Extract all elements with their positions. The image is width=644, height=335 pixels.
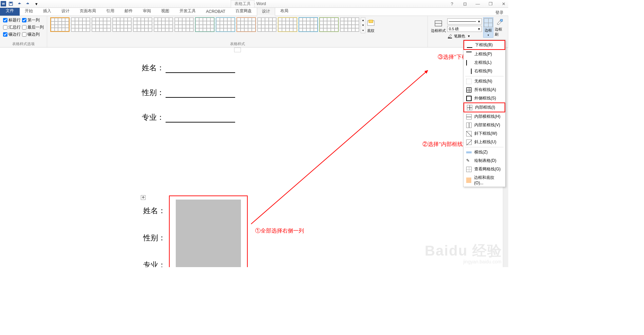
table-name-label: 姓名： (143, 206, 166, 216)
tab-baidu[interactable]: 百度网盘 (230, 6, 257, 16)
tab-insert[interactable]: 插入 (38, 6, 56, 16)
ruler-corner-icon (234, 48, 241, 52)
tab-view[interactable]: 视图 (156, 6, 174, 16)
table-style-item[interactable] (174, 17, 194, 32)
gallery-more-icon[interactable]: ▾ (361, 28, 365, 33)
pen-color-button[interactable]: 笔颜色▾ (447, 33, 482, 39)
svg-rect-6 (500, 19, 503, 21)
table-style-item[interactable] (195, 17, 214, 32)
form-major-row: 专业： (142, 112, 235, 123)
table-style-item[interactable] (133, 17, 152, 32)
menu-left-border[interactable]: 左框线(L) (463, 58, 505, 67)
form-name-row: 姓名： (142, 63, 235, 73)
border-painter-button[interactable]: 边框刷 (495, 17, 505, 38)
gallery-up-icon[interactable]: ▲ (361, 18, 365, 23)
restore-icon[interactable]: ❐ (486, 0, 495, 7)
style-gallery: ▲ ▼ ▾ 底纹 (50, 17, 375, 33)
help-icon[interactable]: ? (447, 0, 457, 7)
menu-diag-down-border[interactable]: 斜下框线(W) (463, 129, 505, 138)
table-style-item[interactable] (236, 17, 256, 32)
table-style-item[interactable] (71, 17, 90, 32)
pen-style-select[interactable]: ▾ (447, 18, 482, 24)
table-style-item[interactable] (299, 17, 318, 32)
menu-bottom-border[interactable]: 下框线(B) (463, 40, 505, 50)
borders-dropdown-button[interactable]: 边框 ▾ (483, 17, 493, 38)
qat-customize-icon[interactable]: ▾ (33, 0, 40, 7)
table-gender-label: 性别： (143, 233, 166, 243)
menu-inside-v-borders[interactable]: 内部竖框线(V) (463, 121, 505, 129)
table-style-item[interactable] (92, 17, 111, 32)
chk-banded-cols[interactable]: 镶边列 (22, 32, 44, 37)
chk-header-row[interactable]: 标题行 (3, 17, 21, 23)
borders-dropdown-menu: 下框线(B) 上框线(P) 左框线(L) 右框线(R) 无框线(N) 所有框线(… (463, 40, 506, 187)
form-name-label: 姓名： (142, 63, 164, 73)
form-gender-label: 性别： (142, 88, 164, 98)
menu-diag-up-border[interactable]: 斜上框线(U) (463, 138, 505, 146)
annotation-step1: ①全部选择右侧一列 (255, 227, 304, 235)
svg-rect-5 (448, 38, 452, 38)
form-gender-line (166, 90, 235, 98)
tab-table-design[interactable]: 设计 (257, 7, 275, 16)
svg-line-7 (467, 131, 472, 137)
tab-home[interactable]: 开始 (20, 6, 38, 16)
table-style-item[interactable] (319, 17, 339, 32)
login-link[interactable]: 登录 (495, 10, 508, 16)
tab-references[interactable]: 引用 (101, 6, 119, 16)
menu-all-borders[interactable]: 所有框线(A) (463, 86, 505, 94)
tab-table-layout[interactable]: 布局 (275, 6, 293, 16)
svg-line-8 (467, 140, 472, 145)
menu-top-border[interactable]: 上框线(P) (463, 50, 505, 58)
chk-first-col[interactable]: 第一列 (22, 17, 44, 23)
selected-column[interactable] (176, 200, 241, 267)
menu-draw-table[interactable]: ✎绘制表格(D) (463, 156, 505, 165)
chk-banded-rows[interactable]: 镶边行 (3, 32, 21, 37)
tab-mailings[interactable]: 邮件 (119, 6, 138, 16)
border-styles-button[interactable]: 边框样式 (431, 17, 446, 33)
form-name-line (166, 66, 235, 73)
tab-design[interactable]: 设计 (56, 6, 75, 16)
title-bar: W ▾ 文档1 - Word 表格工具 ? ⊡ — ❐ ✕ (0, 0, 508, 8)
table-style-item[interactable] (50, 17, 70, 32)
table-style-item[interactable] (112, 17, 132, 32)
form-gender-row: 性别： (142, 88, 235, 98)
chk-last-col[interactable]: 最后一列 (22, 24, 44, 30)
group-label-table-styles: 表格样式 (50, 41, 424, 46)
svg-rect-1 (10, 2, 12, 3)
selected-table[interactable]: ✥ 姓名： 性别： 专业： (169, 196, 248, 267)
chk-total-row[interactable]: 汇总行 (3, 24, 21, 30)
gallery-down-icon[interactable]: ▼ (361, 23, 365, 28)
menu-outside-borders[interactable]: 外侧框线(S) (463, 94, 505, 103)
table-major-label: 专业： (143, 260, 166, 267)
tab-review[interactable]: 审阅 (138, 6, 156, 16)
table-style-item[interactable] (154, 17, 173, 32)
close-icon[interactable]: ✕ (499, 0, 508, 7)
table-style-item[interactable] (216, 17, 235, 32)
form-major-line (166, 115, 235, 123)
minimize-icon[interactable]: — (473, 0, 482, 7)
tab-page-layout[interactable]: 页面布局 (75, 6, 101, 16)
arrow-icon (251, 70, 428, 224)
pen-weight-select[interactable]: 0.5 磅▾ (447, 26, 482, 32)
ribbon-display-icon[interactable]: ⊡ (460, 0, 470, 7)
table-style-item[interactable] (257, 17, 277, 32)
menu-inside-borders[interactable]: 内部框线(I) (463, 103, 505, 112)
menu-right-border[interactable]: 右框线(R) (463, 67, 505, 75)
menu-view-gridlines[interactable]: 查看网格线(G) (463, 165, 505, 173)
qat-save-icon[interactable] (7, 0, 15, 7)
menu-borders-shading[interactable]: 边框和底纹(O)... (463, 173, 505, 187)
ribbon: 标题行 汇总行 镶边行 第一列 最后一列 镶边列 表格样式选项 (0, 16, 508, 48)
table-move-handle-icon[interactable]: ✥ (141, 195, 146, 200)
qat-redo-icon[interactable] (24, 0, 32, 7)
ribbon-tabs: 文件 开始 插入 设计 页面布局 引用 邮件 审阅 视图 开发工具 ACROBA… (0, 8, 508, 16)
group-table-styles: ▲ ▼ ▾ 底纹 表格样式 (47, 16, 428, 47)
qat-undo-icon[interactable] (16, 0, 23, 7)
tab-acrobat[interactable]: ACROBAT (201, 7, 230, 16)
menu-no-border[interactable]: 无框线(N) (463, 77, 505, 86)
tab-developer[interactable]: 开发工具 (174, 6, 201, 16)
menu-inside-h-borders[interactable]: 内部横框线(H) (463, 112, 505, 121)
menu-horizontal-line[interactable]: 横线(Z) (463, 148, 505, 156)
shading-button[interactable]: 底纹 (367, 17, 375, 33)
table-style-item[interactable] (340, 17, 359, 32)
group-style-options: 标题行 汇总行 镶边行 第一列 最后一列 镶边列 表格样式选项 (0, 16, 47, 47)
table-style-item[interactable] (278, 17, 297, 32)
